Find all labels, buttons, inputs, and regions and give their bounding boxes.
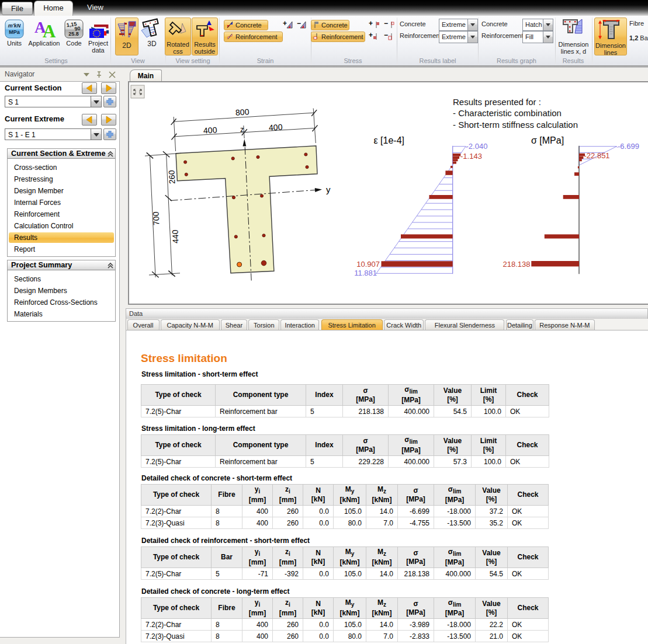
svg-text:σ [MPa]: σ [MPa] [531, 135, 564, 145]
svg-text:-2.040: -2.040 [466, 142, 488, 151]
svg-text:11.881: 11.881 [354, 269, 377, 277]
svg-text:+: + [369, 31, 373, 39]
svg-text:A: A [43, 21, 56, 39]
svg-text:Results presented for :: Results presented for : [453, 97, 541, 107]
svg-text:-1.143: -1.143 [460, 152, 482, 161]
svg-text:ε [1e-4]: ε [1e-4] [374, 135, 405, 145]
svg-text:440: 440 [170, 229, 180, 243]
svg-text:-22.851: -22.851 [584, 151, 610, 160]
svg-text:−: − [297, 20, 301, 27]
svg-text:y: y [326, 185, 331, 194]
svg-text:+: + [283, 20, 287, 27]
svg-text:25.8: 25.8 [68, 31, 79, 37]
svg-text:+: + [369, 20, 373, 27]
svg-text:−: − [384, 20, 388, 27]
svg-text:- Characteristic combination: - Characteristic combination [453, 108, 562, 118]
svg-text:mʹkN: mʹkN [8, 23, 21, 29]
svg-text:800: 800 [235, 107, 250, 117]
svg-text:218.138: 218.138 [503, 260, 531, 269]
svg-text:−: − [384, 31, 388, 39]
svg-text:400: 400 [269, 122, 283, 132]
svg-text:MPa: MPa [9, 29, 20, 35]
svg-text:- Short-term stiffness calcula: - Short-term stiffness calculation [453, 120, 578, 130]
svg-text:260: 260 [167, 170, 176, 184]
svg-text:-6.699: -6.699 [618, 142, 639, 151]
svg-text:z: z [240, 125, 244, 134]
svg-text:10.907: 10.907 [356, 260, 380, 269]
svg-text:400: 400 [203, 125, 218, 135]
svg-text:700: 700 [151, 211, 161, 225]
